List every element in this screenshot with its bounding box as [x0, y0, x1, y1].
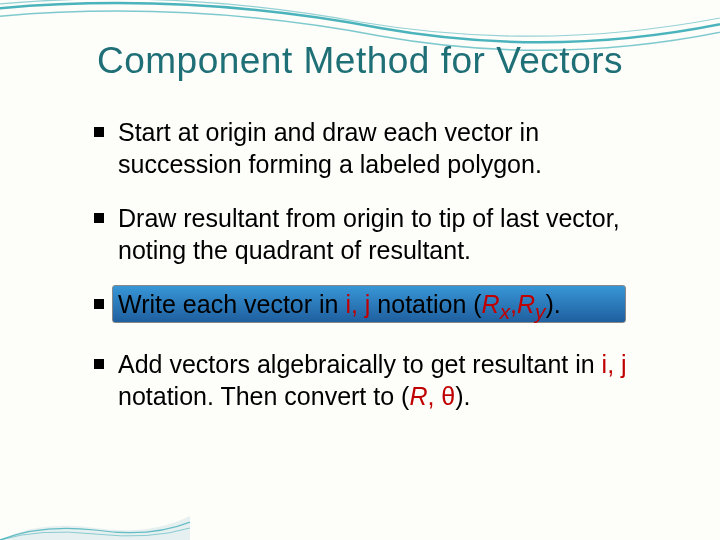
bullet-text: Add vectors algebraically to get resulta… — [118, 350, 602, 378]
var-r: R — [409, 382, 427, 410]
decorative-footer-icon — [0, 498, 190, 540]
bullet-text: notation. Then convert to ( — [118, 382, 409, 410]
bullet-item: Draw resultant from origin to tip of las… — [94, 202, 662, 266]
red-text: i, j — [345, 290, 370, 318]
var-theta: θ — [441, 382, 455, 410]
bullet-item: Write each vector in i, j notation (Rx,R… — [94, 288, 662, 326]
bullet-item: Add vectors algebraically to get resulta… — [94, 348, 662, 412]
var-ry-sub: y — [535, 300, 545, 323]
bullet-text: Write each vector in — [118, 290, 345, 318]
bullet-item: Start at origin and draw each vector in … — [94, 116, 662, 180]
bullet-text: Start at origin and draw each vector in … — [118, 118, 542, 178]
bullet-list: Start at origin and draw each vector in … — [58, 116, 662, 412]
bullet-text: ). — [546, 290, 561, 318]
var-ry: R — [517, 290, 535, 318]
var-rx: R — [482, 290, 500, 318]
comma: , — [510, 290, 517, 318]
var-rx-sub: x — [500, 300, 510, 323]
red-text: i, j — [602, 350, 627, 378]
comma: , — [427, 382, 441, 410]
bullet-text: notation ( — [370, 290, 481, 318]
bullet-text: Draw resultant from origin to tip of las… — [118, 204, 620, 264]
bullet-text: ). — [455, 382, 470, 410]
slide-title: Component Method for Vectors — [58, 40, 662, 82]
